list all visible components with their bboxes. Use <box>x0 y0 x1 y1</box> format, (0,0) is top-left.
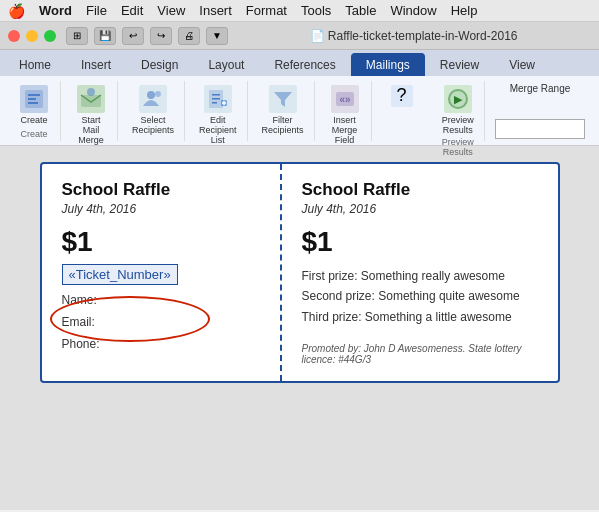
tab-mailings[interactable]: Mailings <box>351 53 425 76</box>
create-button[interactable]: Create <box>14 83 54 127</box>
ribbon-tabs: Home Insert Design Layout References Mai… <box>0 50 599 76</box>
redo-btn[interactable]: ↪ <box>150 27 172 45</box>
ribbon-group-preview-results: ▶ Preview Results Preview Results <box>432 81 485 141</box>
menu-tools[interactable]: Tools <box>301 3 331 18</box>
edit-recipient-list-label: Edit Recipient List <box>199 115 237 145</box>
start-mail-merge-label: Start Mail Merge <box>75 115 107 145</box>
tab-home[interactable]: Home <box>4 53 66 76</box>
ticket-right-date: July 4th, 2016 <box>302 202 542 216</box>
select-recipients-label: Select Recipients <box>132 115 174 135</box>
merge-range-label: Merge Range <box>510 83 571 94</box>
create-icon <box>20 85 48 113</box>
help-icon: ? <box>391 85 413 107</box>
menu-insert[interactable]: Insert <box>199 3 232 18</box>
svg-marker-15 <box>274 92 292 107</box>
tab-layout[interactable]: Layout <box>193 53 259 76</box>
menu-view[interactable]: View <box>157 3 185 18</box>
ribbon-group-select-recipients: Select Recipients <box>122 81 185 141</box>
ticket-email-field: Email: <box>62 315 264 329</box>
menu-file[interactable]: File <box>86 3 107 18</box>
svg-text:«»: «» <box>339 94 351 105</box>
document-area: School Raffle July 4th, 2016 $1 «Ticket_… <box>0 146 599 510</box>
start-mail-merge-icon <box>77 85 105 113</box>
menu-table[interactable]: Table <box>345 3 376 18</box>
menu-edit[interactable]: Edit <box>121 3 143 18</box>
create-group-label: Create <box>20 129 47 139</box>
ticket-left-date: July 4th, 2016 <box>62 202 264 216</box>
svg-point-5 <box>87 88 95 96</box>
svg-rect-3 <box>28 102 38 104</box>
ticket-left-title: School Raffle <box>62 180 264 200</box>
ticket-promo: Promoted by: John D Awesomeness. State l… <box>302 343 542 365</box>
tab-review[interactable]: Review <box>425 53 494 76</box>
ribbon-group-create: Create Create <box>8 81 61 141</box>
ticket-left-price: $1 <box>62 226 264 258</box>
prize-1: First prize: Something really awesome <box>302 266 542 286</box>
minimize-button[interactable] <box>26 30 38 42</box>
ticket-prizes: First prize: Something really awesome Se… <box>302 266 542 327</box>
close-button[interactable] <box>8 30 20 42</box>
sidebar-toggle[interactable]: ⊞ <box>66 27 88 45</box>
save-btn[interactable]: 💾 <box>94 27 116 45</box>
svg-rect-11 <box>212 102 217 104</box>
doc-icon: 📄 <box>310 29 325 43</box>
insert-merge-field-icon: «» <box>331 85 359 113</box>
menu-format[interactable]: Format <box>246 3 287 18</box>
filter-recipients-icon <box>269 85 297 113</box>
preview-results-button[interactable]: ▶ Preview Results <box>438 83 478 137</box>
create-label: Create <box>20 115 47 125</box>
document-title: 📄 Raffle-ticket-template-in-Word-2016 <box>236 29 591 43</box>
ribbon-group-help: ? <box>376 81 428 141</box>
undo-btn[interactable]: ↩ <box>122 27 144 45</box>
ticket-number-field[interactable]: «Ticket_Number» <box>62 264 178 285</box>
ribbon: Create Create Start Mail Merge Select Re… <box>0 76 599 146</box>
apple-menu[interactable]: 🍎 <box>8 3 25 19</box>
tab-design[interactable]: Design <box>126 53 193 76</box>
title-bar: ⊞ 💾 ↩ ↪ 🖨 ▼ 📄 Raffle-ticket-template-in-… <box>0 22 599 50</box>
maximize-button[interactable] <box>44 30 56 42</box>
ribbon-group-insert-merge-field: «» Insert Merge Field <box>319 81 372 141</box>
edit-recipient-list-icon <box>204 85 232 113</box>
start-mail-merge-button[interactable]: Start Mail Merge <box>71 83 111 147</box>
print-btn[interactable]: 🖨 <box>178 27 200 45</box>
menu-help[interactable]: Help <box>451 3 478 18</box>
insert-merge-field-button[interactable]: «» Insert Merge Field <box>325 83 365 147</box>
ticket-right-title: School Raffle <box>302 180 542 200</box>
svg-rect-2 <box>28 98 36 100</box>
ribbon-group-filter-recipients: Filter Recipients <box>252 81 315 141</box>
ribbon-group-edit-recipient-list: Edit Recipient List <box>189 81 248 141</box>
traffic-lights <box>8 30 56 42</box>
svg-rect-10 <box>212 98 220 100</box>
ticket-container: School Raffle July 4th, 2016 $1 «Ticket_… <box>40 162 560 383</box>
tab-insert[interactable]: Insert <box>66 53 126 76</box>
tab-references[interactable]: References <box>259 53 350 76</box>
ticket-right-price: $1 <box>302 226 542 258</box>
preview-results-group-label: Preview Results <box>438 137 478 157</box>
svg-point-6 <box>147 91 155 99</box>
menu-window[interactable]: Window <box>390 3 436 18</box>
merge-range-input[interactable] <box>495 119 585 139</box>
more-btn[interactable]: ▼ <box>206 27 228 45</box>
filter-recipients-label: Filter Recipients <box>262 115 304 135</box>
svg-text:▶: ▶ <box>454 93 463 105</box>
ticket-phone-field: Phone: <box>62 337 264 351</box>
ribbon-group-merge-range: Merge Range <box>489 81 591 141</box>
help-button[interactable]: ? <box>382 83 422 111</box>
prize-2: Second prize: Something quite awesome <box>302 286 542 306</box>
menu-word[interactable]: Word <box>39 3 72 18</box>
svg-rect-9 <box>212 94 220 96</box>
select-recipients-button[interactable]: Select Recipients <box>128 83 178 137</box>
svg-point-7 <box>155 91 161 97</box>
ticket-left: School Raffle July 4th, 2016 $1 «Ticket_… <box>42 164 282 381</box>
preview-results-label: Preview Results <box>442 115 474 135</box>
tab-view[interactable]: View <box>494 53 550 76</box>
ticket-right: School Raffle July 4th, 2016 $1 First pr… <box>282 164 558 381</box>
edit-recipient-list-button[interactable]: Edit Recipient List <box>195 83 241 147</box>
ticket-name-field: Name: <box>62 293 264 307</box>
menu-bar: 🍎 Word File Edit View Insert Format Tool… <box>0 0 599 22</box>
ribbon-group-start-mail-merge: Start Mail Merge <box>65 81 118 141</box>
preview-results-icon: ▶ <box>444 85 472 113</box>
svg-rect-1 <box>28 94 40 96</box>
title-bar-tools: ⊞ 💾 ↩ ↪ 🖨 ▼ <box>66 27 228 45</box>
filter-recipients-button[interactable]: Filter Recipients <box>258 83 308 137</box>
